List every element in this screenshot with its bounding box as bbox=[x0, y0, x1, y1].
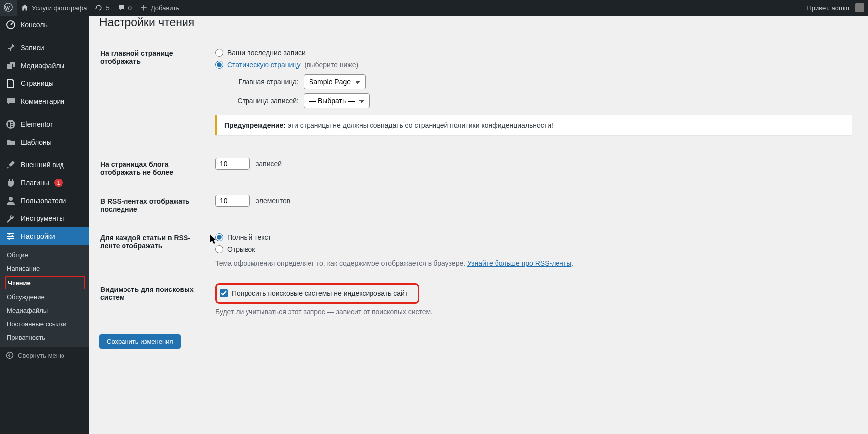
warning-notice: Предупреждение: эти страницы не должны с… bbox=[215, 115, 852, 135]
updates-count: 5 bbox=[106, 4, 109, 12]
comments-link[interactable]: 0 bbox=[114, 0, 136, 16]
svg-rect-7 bbox=[11, 126, 13, 127]
comment-icon bbox=[6, 96, 16, 106]
rss-description: Тема оформления определяет то, как содер… bbox=[215, 259, 852, 267]
plugin-badge: 1 bbox=[54, 179, 63, 187]
search-visibility-label: Видимость для поисковых систем bbox=[100, 276, 209, 323]
sidebar-item-plugins[interactable]: Плагины 1 bbox=[0, 174, 89, 192]
blog-count-input[interactable] bbox=[215, 158, 250, 170]
submenu-discussion[interactable]: Обсуждение bbox=[0, 290, 89, 304]
submenu-reading[interactable]: Чтение bbox=[5, 276, 85, 289]
search-visibility-highlight-box: Попросить поисковые системы не индексиро… bbox=[215, 283, 419, 304]
search-visibility-desc: Будет ли учитываться этот запрос — завис… bbox=[215, 308, 852, 316]
site-home-link[interactable]: Услуги фотографа bbox=[17, 0, 91, 16]
radio-static-page-label[interactable]: Статическую страницу (выберите ниже) bbox=[215, 61, 358, 69]
wrench-icon bbox=[6, 214, 16, 223]
rss-learn-more-link[interactable]: Узнайте больше про RSS-ленты bbox=[467, 259, 571, 267]
wp-logo-link[interactable] bbox=[0, 0, 17, 16]
radio-full-text-label[interactable]: Полный текст bbox=[215, 233, 271, 241]
search-discourage-text: Попросить поисковые системы не индексиро… bbox=[232, 289, 408, 297]
account-link[interactable]: Привет, admin bbox=[803, 0, 868, 16]
sidebar-label: Внешний вид bbox=[21, 161, 64, 169]
collapse-menu[interactable]: Свернуть меню bbox=[0, 347, 89, 363]
submenu-general[interactable]: Общие bbox=[0, 248, 89, 262]
collapse-label: Свернуть меню bbox=[18, 352, 64, 359]
sidebar-label: Комментарии bbox=[21, 97, 64, 105]
sidebar-item-users[interactable]: Пользователи bbox=[0, 192, 89, 210]
media-icon bbox=[6, 61, 16, 71]
elementor-icon bbox=[6, 119, 16, 129]
updates-link[interactable]: 5 bbox=[91, 0, 113, 16]
rss-count-input[interactable] bbox=[215, 195, 250, 207]
sidebar-item-settings[interactable]: Настройки bbox=[0, 227, 89, 245]
search-discourage-label[interactable]: Попросить поисковые системы не индексиро… bbox=[220, 289, 408, 297]
submenu-writing[interactable]: Написание bbox=[0, 262, 89, 275]
postspage-select-label: Страница записей: bbox=[224, 97, 299, 105]
svg-point-13 bbox=[11, 235, 13, 237]
homepage-select[interactable]: Sample Page bbox=[304, 74, 366, 89]
sidebar-label: Шаблоны bbox=[21, 138, 52, 146]
sidebar-item-elementor[interactable]: Elementor bbox=[0, 115, 89, 133]
sidebar-item-appearance[interactable]: Внешний вид bbox=[0, 156, 89, 174]
radio-static-suffix: (выберите ниже) bbox=[304, 61, 358, 69]
svg-rect-5 bbox=[11, 122, 13, 123]
rss-article-show-label: Для каждой статьи в RSS-ленте отображать bbox=[100, 224, 209, 275]
cursor-icon bbox=[210, 235, 217, 244]
page-icon bbox=[6, 78, 16, 88]
svg-rect-4 bbox=[8, 122, 10, 127]
radio-excerpt-text: Отрывок bbox=[227, 245, 255, 253]
sidebar-item-pages[interactable]: Страницы bbox=[0, 74, 89, 92]
save-button[interactable]: Сохранить изменения bbox=[99, 334, 181, 349]
search-discourage-checkbox[interactable] bbox=[220, 289, 228, 297]
sidebar-label: Страницы bbox=[21, 79, 54, 87]
greeting-text: Привет, admin bbox=[807, 4, 849, 12]
front-page-displays-label: На главной странице отображать bbox=[100, 39, 209, 149]
warning-bold: Предупреждение: bbox=[224, 121, 286, 129]
radio-excerpt[interactable] bbox=[215, 245, 223, 253]
radio-static-page[interactable] bbox=[215, 61, 223, 69]
sidebar-item-media[interactable]: Медиафайлы bbox=[0, 57, 89, 74]
avatar-icon bbox=[855, 3, 864, 12]
sidebar-item-dashboard[interactable]: Консоль bbox=[0, 16, 89, 34]
sidebar-label: Инструменты bbox=[21, 215, 64, 222]
collapse-icon bbox=[6, 351, 14, 359]
admin-topbar: Услуги фотографа 5 0 Добавить Привет, ad… bbox=[0, 0, 868, 16]
svg-point-15 bbox=[7, 352, 13, 359]
svg-point-14 bbox=[8, 238, 10, 240]
sidebar-item-posts[interactable]: Записи bbox=[0, 39, 89, 57]
postspage-select[interactable]: — Выбрать — bbox=[304, 93, 370, 108]
radio-latest-posts[interactable] bbox=[215, 49, 223, 57]
comment-icon bbox=[118, 4, 125, 12]
radio-static-page-link[interactable]: Статическую страницу bbox=[227, 61, 300, 69]
warning-text: эти страницы не должны совпадать со стра… bbox=[286, 121, 553, 129]
sidebar-item-templates[interactable]: Шаблоны bbox=[0, 133, 89, 151]
svg-point-8 bbox=[9, 197, 13, 201]
rss-items-label: В RSS-лентах отображать последние bbox=[100, 187, 209, 223]
settings-form-table: На главной странице отображать Ваши посл… bbox=[99, 38, 858, 324]
home-icon bbox=[21, 4, 29, 12]
sidebar-item-comments[interactable]: Комментарии bbox=[0, 92, 89, 110]
homepage-select-label: Главная страница: bbox=[224, 78, 299, 86]
add-new-link[interactable]: Добавить bbox=[136, 0, 183, 16]
radio-latest-posts-label[interactable]: Ваши последние записи bbox=[215, 49, 306, 57]
blog-count-unit: записей bbox=[256, 160, 282, 168]
submenu-permalinks[interactable]: Постоянные ссылки bbox=[0, 317, 89, 331]
sidebar-label: Консоль bbox=[21, 21, 48, 29]
radio-full-text-text: Полный текст bbox=[227, 233, 271, 241]
pin-icon bbox=[6, 43, 16, 53]
radio-excerpt-label[interactable]: Отрывок bbox=[215, 245, 255, 253]
sidebar-label: Плагины bbox=[21, 179, 49, 187]
updates-icon bbox=[95, 4, 103, 12]
comments-count: 0 bbox=[128, 4, 132, 12]
sidebar-label: Медиафайлы bbox=[21, 62, 64, 70]
admin-sidebar: Консоль Записи Медиафайлы Страницы Комме… bbox=[0, 16, 89, 368]
plus-icon bbox=[140, 4, 148, 12]
settings-icon bbox=[6, 231, 16, 241]
sidebar-item-tools[interactable]: Инструменты bbox=[0, 210, 89, 227]
settings-submenu: Общие Написание Чтение Обсуждение Медиаф… bbox=[0, 245, 89, 347]
sidebar-label: Пользователи bbox=[21, 197, 66, 205]
blog-pages-show-label: На страницах блога отображать не более bbox=[100, 150, 209, 186]
submenu-privacy[interactable]: Приватность bbox=[0, 331, 89, 344]
submenu-media[interactable]: Медиафайлы bbox=[0, 304, 89, 317]
main-content: Настройки чтения На главной странице ото… bbox=[89, 0, 868, 368]
